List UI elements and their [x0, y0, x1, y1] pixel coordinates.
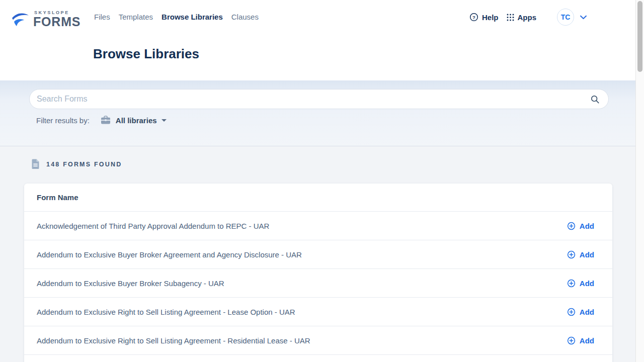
table-row: Acknowledgement of Third Party Approval …	[24, 212, 612, 240]
account-menu-button[interactable]	[580, 15, 587, 20]
header-right-actions: ? Help Apps	[469, 9, 587, 26]
plus-circle-icon	[567, 308, 576, 316]
library-filter-value: All libraries	[116, 116, 157, 125]
filter-row: Filter results by: All libraries	[36, 115, 167, 126]
app-window: SKYSLOPE FORMS Files Templates Browse Li…	[0, 0, 644, 362]
help-label: Help	[482, 13, 499, 22]
add-button-label: Add	[580, 308, 594, 316]
apps-label: Apps	[518, 13, 537, 22]
plus-circle-icon	[567, 279, 576, 288]
form-name: Addendum to Exclusive Right to Sell List…	[37, 336, 310, 345]
results-count-row: 148 FORMS FOUND	[31, 159, 122, 169]
table-header-row: Form Name	[24, 184, 612, 212]
forms-list-section: 148 FORMS FOUND Form Name Acknowledgemen…	[0, 146, 635, 362]
search-filter-section: Filter results by: All libraries	[0, 80, 635, 146]
form-name: Acknowledgement of Third Party Approval …	[37, 222, 269, 230]
help-question-icon: ?	[469, 13, 478, 22]
column-header-form-name: Form Name	[37, 193, 78, 202]
search-icon[interactable]	[590, 95, 600, 104]
caret-down-icon	[162, 119, 167, 122]
forms-table-card: Form Name Acknowledgement of Third Party…	[24, 184, 612, 362]
nav-item-files[interactable]: Files	[94, 13, 110, 21]
add-form-button[interactable]: Add	[567, 279, 594, 288]
table-row: Addendum to Exclusive Right to Sell List…	[24, 326, 612, 355]
logo-line2: FORMS	[33, 15, 80, 28]
logo-text: SKYSLOPE FORMS	[33, 10, 80, 28]
plus-circle-icon	[567, 250, 576, 259]
add-button-label: Add	[580, 250, 594, 259]
add-form-button[interactable]: Add	[567, 250, 594, 259]
nav-item-clauses[interactable]: Clauses	[231, 13, 259, 21]
add-button-label: Add	[580, 279, 594, 288]
svg-text:?: ?	[472, 15, 475, 20]
skyslope-forms-logo[interactable]: SKYSLOPE FORMS	[11, 10, 80, 30]
top-header: SKYSLOPE FORMS Files Templates Browse Li…	[0, 0, 635, 80]
add-button-label: Add	[580, 222, 594, 230]
add-form-button[interactable]: Add	[567, 308, 594, 316]
briefcase-icon	[101, 116, 111, 125]
form-name: Addendum to Exclusive Right to Sell List…	[37, 308, 295, 316]
search-box	[29, 89, 609, 109]
chevron-down-icon	[580, 15, 587, 20]
table-row: Addendum to Exclusive Buyer Broker Subag…	[24, 269, 612, 298]
add-form-button[interactable]: Add	[567, 336, 594, 345]
scrollbar-thumb[interactable]	[637, 1, 642, 72]
skyslope-swoosh-icon	[11, 11, 30, 30]
apps-grid-icon	[507, 14, 514, 21]
form-name: Addendum to Exclusive Buyer Broker Agree…	[37, 250, 302, 259]
library-filter-dropdown[interactable]: All libraries	[101, 116, 167, 125]
form-name: Addendum to Exclusive Buyer Broker Subag…	[37, 279, 224, 288]
user-avatar[interactable]: TC	[557, 9, 574, 26]
search-input[interactable]	[37, 95, 590, 104]
plus-circle-icon	[567, 222, 576, 230]
table-row: Addendum to Exclusive Buyer Broker Agree…	[24, 240, 612, 269]
page-title: Browse Libraries	[93, 46, 199, 62]
vertical-scrollbar[interactable]	[635, 0, 644, 362]
document-icon	[31, 159, 40, 169]
nav-item-browse-libraries[interactable]: Browse Libraries	[162, 13, 223, 21]
nav-item-templates[interactable]: Templates	[119, 13, 153, 21]
primary-nav: Files Templates Browse Libraries Clauses	[94, 13, 259, 21]
table-row-partial	[24, 355, 612, 362]
filter-label: Filter results by:	[36, 116, 90, 125]
add-button-label: Add	[580, 336, 594, 345]
table-row: Addendum to Exclusive Right to Sell List…	[24, 298, 612, 326]
apps-button[interactable]: Apps	[507, 13, 537, 22]
results-count-label: 148 FORMS FOUND	[46, 161, 122, 168]
add-form-button[interactable]: Add	[567, 222, 594, 230]
main-content: SKYSLOPE FORMS Files Templates Browse Li…	[0, 0, 635, 362]
plus-circle-icon	[567, 336, 576, 345]
help-button[interactable]: ? Help	[469, 13, 499, 22]
